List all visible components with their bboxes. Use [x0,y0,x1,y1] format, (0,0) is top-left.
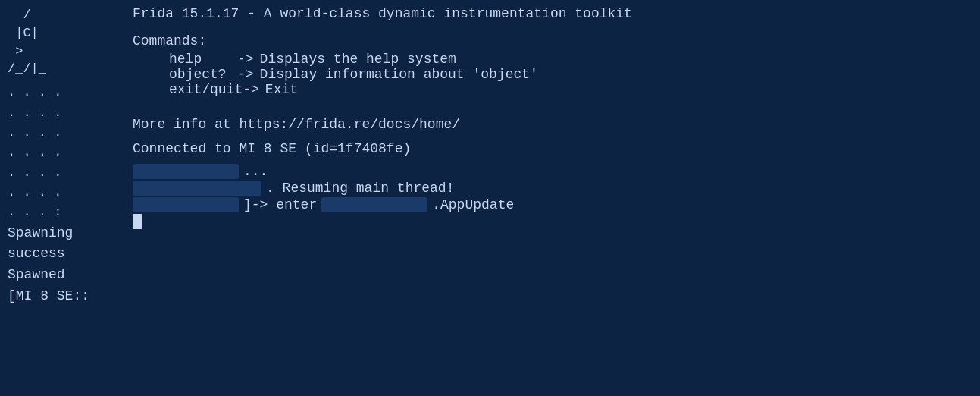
command-row-exit: exit/quit -> Exit [169,82,966,97]
spawning-line: ... [133,164,966,179]
cmd-help-arrow: -> [237,52,254,67]
cursor-line [133,214,966,229]
spawned-blurred [133,181,261,196]
spawning-dots: ... [243,164,268,179]
resuming-text: . Resuming main thread! [266,181,454,196]
spawning-section: ... . Resuming main thread! ]-> enter .A… [133,164,966,229]
cursor-block [133,214,142,229]
app-suffix: .AppUpdate [432,197,514,212]
left-panel: / |C| > /_/|_ . . . . . . . . . . . . . … [0,0,125,396]
prompt-suffix: ]-> enter [243,197,317,212]
cmd-help-name: help [169,52,237,67]
command-row-object: object? -> Display information about 'ob… [169,67,966,82]
commands-header: Commands: [133,33,966,49]
commands-section: Commands: help -> Displays the help syst… [133,33,966,97]
frida-ascii-logo: / |C| > /_/|_ [8,6,46,78]
terminal-window: / |C| > /_/|_ . . . . . . . . . . . . . … [0,0,980,396]
app-blurred [321,197,427,212]
more-info-line: More info at https://frida.re/docs/home/ [133,117,966,132]
cmd-object-name: object? [169,67,237,82]
spawning-blurred [133,164,239,179]
cmd-help-desc: Displays the help system [260,52,456,67]
dot-lines: . . . . . . . . . . . . . . . . . . . . … [8,83,61,222]
cmd-object-desc: Display information about 'object' [260,67,538,82]
connected-line: Connected to MI 8 SE (id=1f7408fe) [133,141,966,156]
prompt-line: ]-> enter .AppUpdate [133,197,966,212]
cmd-exit-name: exit/quit [169,82,243,97]
right-panel: Frida 15.1.17 - A world-class dynamic in… [125,0,980,396]
cmd-exit-desc: Exit [265,82,298,97]
title-line: Frida 15.1.17 - A world-class dynamic in… [133,6,966,21]
cmd-object-arrow: -> [237,67,254,82]
spawning-left-text: Spawning success Spawned [MI 8 SE:: [8,223,89,308]
command-row-help: help -> Displays the help system [169,52,966,67]
cmd-exit-arrow: -> [243,82,259,97]
spawned-line: . Resuming main thread! [133,181,966,196]
prompt-blurred [133,197,239,212]
